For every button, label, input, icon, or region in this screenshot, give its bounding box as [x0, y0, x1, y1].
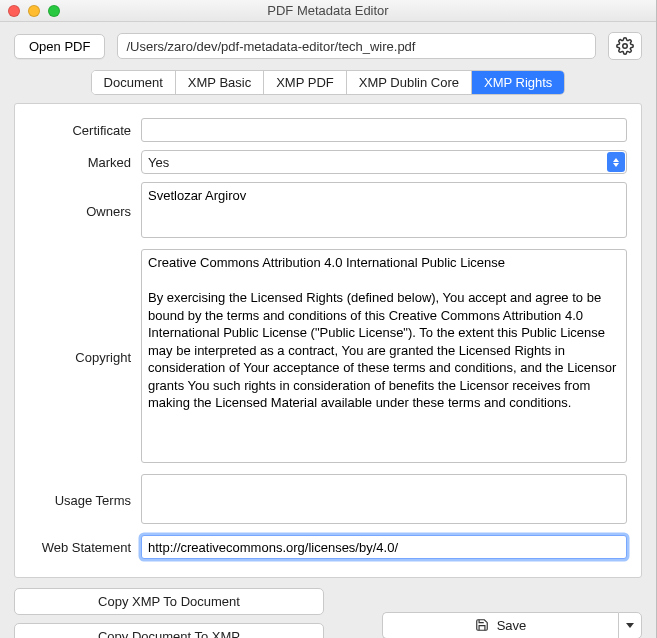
open-pdf-button[interactable]: Open PDF [14, 34, 105, 59]
certificate-label: Certificate [29, 118, 141, 142]
gear-icon [616, 37, 634, 55]
copy-document-to-xmp-button[interactable]: Copy Document To XMP [14, 623, 324, 638]
tab-xmp-rights[interactable]: XMP Rights [472, 71, 564, 94]
window-titlebar: PDF Metadata Editor [0, 0, 656, 22]
copyright-input[interactable] [141, 249, 627, 463]
select-stepper-icon [607, 152, 625, 172]
svg-point-0 [623, 44, 628, 49]
form-panel: Certificate Marked Yes Owners Copyright … [14, 103, 642, 578]
settings-button[interactable] [608, 32, 642, 60]
window-maximize-button[interactable] [48, 5, 60, 17]
tab-bar: Document XMP Basic XMP PDF XMP Dublin Co… [91, 70, 566, 95]
marked-label: Marked [29, 150, 141, 174]
web-statement-input[interactable] [141, 535, 627, 559]
marked-select[interactable]: Yes [141, 150, 627, 174]
copyright-label: Copyright [29, 249, 141, 466]
certificate-input[interactable] [141, 118, 627, 142]
save-icon [475, 618, 489, 632]
file-path-input[interactable] [117, 33, 596, 59]
bottom-bar: Copy XMP To Document Copy Document To XM… [0, 578, 656, 638]
save-split-button: Save [382, 612, 642, 639]
usage-terms-label: Usage Terms [29, 474, 141, 527]
window-minimize-button[interactable] [28, 5, 40, 17]
tab-document[interactable]: Document [92, 71, 176, 94]
usage-terms-input[interactable] [141, 474, 627, 524]
tab-xmp-dublin-core[interactable]: XMP Dublin Core [347, 71, 472, 94]
main-toolbar: Open PDF [0, 22, 656, 66]
window-close-button[interactable] [8, 5, 20, 17]
copy-xmp-to-document-button[interactable]: Copy XMP To Document [14, 588, 324, 615]
tab-xmp-basic[interactable]: XMP Basic [176, 71, 264, 94]
marked-select-value: Yes [148, 155, 169, 170]
save-button-label: Save [497, 618, 527, 633]
window-title: PDF Metadata Editor [0, 3, 656, 18]
tab-xmp-pdf[interactable]: XMP PDF [264, 71, 347, 94]
owners-input[interactable] [141, 182, 627, 238]
save-dropdown-button[interactable] [618, 612, 642, 639]
tab-bar-container: Document XMP Basic XMP PDF XMP Dublin Co… [0, 66, 656, 99]
save-button[interactable]: Save [382, 612, 618, 639]
chevron-down-icon [626, 623, 634, 628]
owners-label: Owners [29, 182, 141, 241]
web-statement-label: Web Statement [29, 535, 141, 559]
